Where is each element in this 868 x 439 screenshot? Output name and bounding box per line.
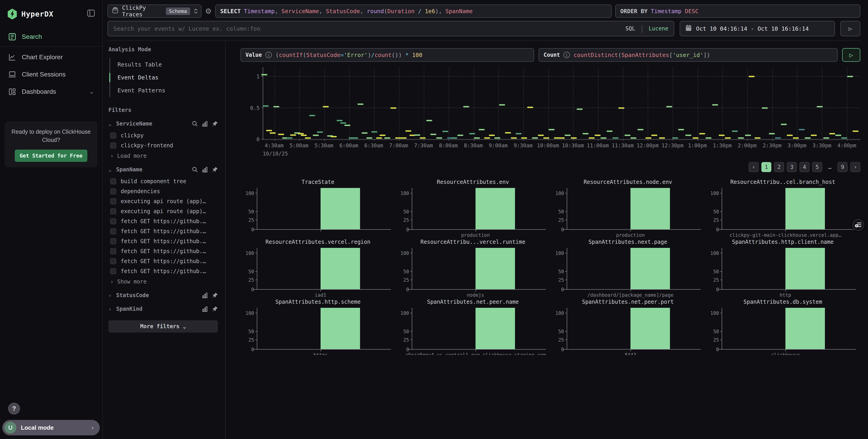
- source-select[interactable]: ClickPy Traces Schema: [107, 4, 202, 18]
- filter-checkbox-item[interactable]: executing api route (app)…: [108, 196, 218, 206]
- checkbox[interactable]: [110, 228, 116, 234]
- event-delta-mark[interactable]: [376, 137, 382, 139]
- event-delta-mark[interactable]: [775, 137, 781, 139]
- event-delta-mark[interactable]: [352, 137, 358, 139]
- chart-plot[interactable]: 02550100/dashboard/[package_name]/page: [567, 248, 699, 290]
- event-delta-mark[interactable]: [685, 135, 691, 136]
- value-bar[interactable]: [475, 188, 515, 229]
- bar-chart-icon[interactable]: [202, 167, 208, 172]
- event-delta-mark[interactable]: [317, 131, 323, 133]
- event-delta-mark[interactable]: [544, 137, 549, 139]
- event-delta-mark[interactable]: [298, 133, 304, 135]
- event-delta-mark[interactable]: [646, 137, 651, 139]
- event-delta-mark[interactable]: [811, 135, 817, 136]
- value-bar[interactable]: [320, 188, 360, 229]
- chart-plot[interactable]: 02550100http: [722, 248, 854, 290]
- event-delta-mark[interactable]: [793, 137, 799, 139]
- event-delta-mark[interactable]: [732, 130, 738, 132]
- more-filters-button[interactable]: More filters ⌄: [108, 320, 218, 332]
- run-query-button[interactable]: ▷: [842, 48, 860, 62]
- event-delta-mark[interactable]: [479, 129, 485, 130]
- source-settings-gear-icon[interactable]: ⚙: [205, 7, 212, 16]
- event-delta-mark[interactable]: [511, 137, 517, 139]
- event-delta-mark[interactable]: [273, 106, 279, 107]
- order-by-input[interactable]: ORDER BYTimestamp DESC: [615, 4, 860, 18]
- event-delta-mark[interactable]: [414, 135, 420, 136]
- event-delta-mark[interactable]: [672, 137, 678, 139]
- event-delta-mark[interactable]: [738, 137, 744, 139]
- filter-checkbox-item[interactable]: fetch GET https://github.…: [108, 266, 218, 276]
- event-delta-mark[interactable]: [261, 74, 267, 76]
- pin-icon[interactable]: [212, 167, 218, 173]
- event-delta-mark[interactable]: [607, 130, 613, 132]
- pin-icon[interactable]: [212, 306, 218, 312]
- filter-group-name[interactable]: ServiceName: [116, 120, 189, 127]
- event-delta-mark[interactable]: [489, 135, 495, 136]
- count-expression-input[interactable]: Count i countDistinct(SpanAttributes['us…: [538, 48, 838, 62]
- event-delta-mark[interactable]: [817, 106, 823, 107]
- event-delta-mark[interactable]: [474, 137, 480, 139]
- event-delta-mark[interactable]: [678, 129, 684, 130]
- filter-checkbox-item[interactable]: fetch GET https://github.…: [108, 256, 218, 266]
- filter-checkbox-item[interactable]: fetch GET https://github.…: [108, 246, 218, 256]
- event-delta-mark[interactable]: [693, 137, 699, 139]
- pagination-page-4[interactable]: 4: [800, 162, 809, 172]
- event-delta-mark[interactable]: [638, 129, 643, 130]
- event-delta-mark[interactable]: [532, 137, 538, 139]
- search-icon[interactable]: [192, 167, 198, 173]
- event-delta-mark[interactable]: [405, 130, 411, 131]
- event-delta-mark[interactable]: [442, 131, 448, 132]
- event-delta-mark[interactable]: [589, 137, 595, 139]
- event-delta-mark[interactable]: [659, 137, 665, 139]
- pin-icon[interactable]: [212, 292, 218, 298]
- filter-group-name[interactable]: SpanKind: [116, 306, 199, 312]
- chart-plot[interactable]: 02550100: [257, 188, 389, 230]
- sidebar-item-client-sessions[interactable]: Client Sessions: [0, 66, 102, 83]
- checkbox[interactable]: [110, 143, 116, 148]
- pagination-next[interactable]: ›: [850, 162, 860, 172]
- event-delta-mark[interactable]: [451, 137, 457, 139]
- pagination-prev[interactable]: ‹: [749, 162, 758, 172]
- chevron-down-icon[interactable]: ⌄: [108, 167, 113, 173]
- chevron-right-icon[interactable]: ›: [108, 293, 113, 298]
- event-delta-mark[interactable]: [362, 132, 368, 134]
- event-delta-mark[interactable]: [395, 137, 401, 139]
- event-delta-mark[interactable]: [749, 76, 754, 77]
- search-run-button[interactable]: ▷: [840, 21, 860, 36]
- event-delta-mark[interactable]: [651, 135, 657, 136]
- event-delta-mark[interactable]: [505, 132, 511, 134]
- event-delta-mark[interactable]: [699, 133, 705, 135]
- event-delta-mark[interactable]: [745, 135, 751, 136]
- event-delta-mark[interactable]: [430, 134, 436, 135]
- event-delta-mark[interactable]: [301, 135, 307, 136]
- event-delta-mark[interactable]: [379, 135, 385, 136]
- event-delta-mark[interactable]: [469, 133, 475, 135]
- event-delta-mark[interactable]: [286, 137, 292, 139]
- event-delta-mark[interactable]: [583, 133, 589, 135]
- event-delta-mark[interactable]: [494, 137, 500, 139]
- event-delta-mark[interactable]: [630, 137, 637, 139]
- get-started-button[interactable]: Get Started for Free: [15, 150, 87, 162]
- sql-mode-toggle[interactable]: SQL: [625, 25, 635, 32]
- analysis-mode-event-patterns[interactable]: Event Patterns: [110, 84, 218, 97]
- event-delta-mark[interactable]: [625, 135, 630, 136]
- event-delta-mark[interactable]: [577, 109, 583, 110]
- event-delta-mark[interactable]: [516, 133, 522, 135]
- checkbox[interactable]: [110, 248, 116, 254]
- event-delta-mark[interactable]: [847, 76, 853, 77]
- chart-options-fab[interactable]: [852, 219, 864, 231]
- event-delta-mark[interactable]: [521, 137, 527, 139]
- event-delta-mark[interactable]: [436, 137, 442, 139]
- event-delta-mark[interactable]: [559, 137, 565, 139]
- event-delta-mark[interactable]: [290, 135, 296, 136]
- event-delta-mark[interactable]: [371, 131, 377, 133]
- collapse-sidebar-icon[interactable]: [87, 9, 95, 19]
- lucene-mode-toggle[interactable]: Lucene: [649, 25, 669, 32]
- pagination-page-5[interactable]: 5: [812, 162, 822, 172]
- filter-show-more[interactable]: › Show more: [108, 276, 218, 285]
- filter-checkbox-item[interactable]: fetch GET https://github.…: [108, 226, 218, 236]
- event-delta-mark[interactable]: [595, 135, 600, 136]
- checkbox[interactable]: [110, 208, 116, 214]
- event-delta-mark[interactable]: [823, 137, 829, 139]
- event-delta-mark[interactable]: [706, 137, 711, 139]
